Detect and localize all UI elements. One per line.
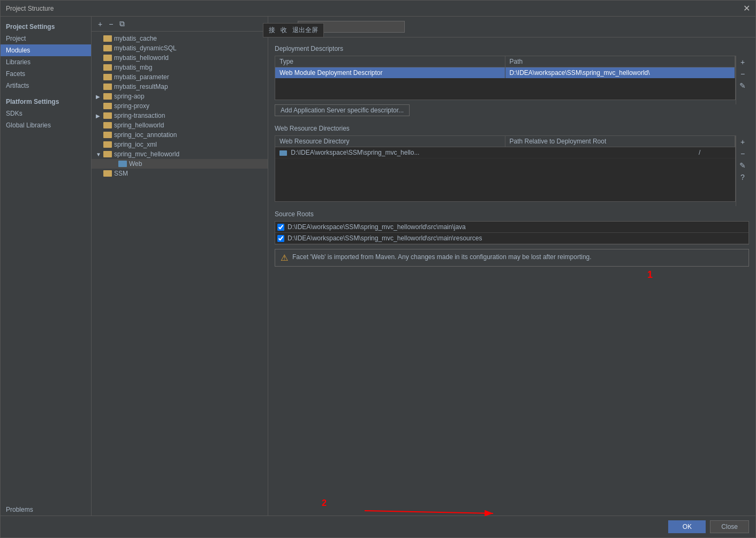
annotation-area: 1 — [275, 267, 749, 283]
close-icon[interactable]: ✕ — [743, 4, 750, 13]
deployment-row-path: D:\IDEA\workspace\SSM\spring_mvc_hellowo… — [505, 67, 736, 78]
source-roots-title: Source Roots — [275, 210, 749, 218]
arrow-svg — [365, 500, 515, 521]
tree-item-spring-transaction[interactable]: ▶ spring-transaction — [92, 111, 268, 120]
source-root-resources-path: D:\IDEA\workspace\SSM\spring_mvc_hellowo… — [288, 234, 482, 242]
web-resource-remove-btn[interactable]: − — [738, 148, 747, 159]
source-root-row-java: D:\IDEA\workspace\SSM\spring_mvc_hellowo… — [275, 222, 749, 233]
web-resource-table-container: Web Resource Directory Path Relative to … — [275, 135, 736, 202]
web-resource-col-dir: Web Resource Directory — [275, 136, 505, 147]
web-resource-table-body: D:\IDEA\workspace\SSM\spring_mvc_hello..… — [275, 147, 735, 201]
deployment-add-btn[interactable]: + — [738, 57, 747, 67]
title-bar-left: Project Structure — [6, 5, 54, 12]
web-resource-edit-btn[interactable]: ✎ — [737, 160, 748, 171]
deployment-table-container: Type Path Web Module Deployment Descript… — [275, 56, 736, 100]
sidebar-item-libraries[interactable]: Libraries — [1, 56, 91, 68]
close-button[interactable]: Close — [710, 520, 749, 533]
tree-item-mybatis-dynamicsql[interactable]: mybatis_dynamicSQL — [92, 43, 268, 53]
bottom-bar: 2 OK Close — [1, 516, 755, 537]
tree-item-mybatis-parameter[interactable]: mybatis_parameter — [92, 72, 268, 82]
source-root-resources-checkbox[interactable] — [277, 235, 284, 242]
sidebar: Project Settings Project Modules Librari… — [1, 17, 92, 516]
web-resource-table-main: Web Resource Directory Path Relative to … — [275, 135, 736, 206]
sidebar-item-sdks[interactable]: SDKs — [1, 108, 91, 119]
tree-item-spring-aop[interactable]: ▶ spring-aop — [92, 92, 268, 101]
main-content: Project Settings Project Modules Librari… — [1, 17, 755, 516]
tooltip-item-2[interactable]: 收 — [281, 26, 287, 35]
web-resource-help-btn[interactable]: ? — [738, 172, 747, 183]
web-resource-title: Web Resource Directories — [275, 125, 749, 132]
title-bar: Project Structure ✕ — [1, 1, 755, 17]
source-root-row-resources: D:\IDEA\workspace\SSM\spring_mvc_hellowo… — [275, 233, 749, 244]
web-resource-table-header: Web Resource Directory Path Relative to … — [275, 136, 735, 147]
tree-item-spring-helloworld[interactable]: spring_helloworld — [92, 120, 268, 130]
arrow-area — [365, 500, 515, 521]
svg-line-1 — [365, 511, 493, 513]
tree-content: mybatis_cache mybatis_dynamicSQL mybatis… — [92, 32, 268, 516]
tree-item-ssm[interactable]: SSM — [92, 169, 268, 178]
tree-item-spring-proxy[interactable]: spring-proxy — [92, 101, 268, 111]
deployment-row-type: Web Module Deployment Descriptor — [275, 67, 505, 78]
platform-settings-label: Platform Settings — [1, 96, 91, 108]
source-root-java-checkbox[interactable] — [277, 224, 284, 231]
tree-item-spring-mvc-helloworld[interactable]: ▼ spring_mvc_helloworld — [92, 149, 268, 159]
tooltip-item-3[interactable]: 退出全屏 — [292, 26, 318, 35]
deployment-edit-btn[interactable]: ✎ — [737, 80, 748, 91]
tree-item-web[interactable]: Web — [92, 159, 268, 169]
web-resource-table: Web Resource Directory Path Relative to … — [275, 135, 749, 206]
deployment-table-body: Web Module Deployment Descriptor D:\IDEA… — [275, 67, 735, 100]
tree-item-mybatis-cache[interactable]: mybatis_cache — [92, 34, 268, 43]
tree-toolbar: + − ⧉ — [92, 17, 268, 32]
web-resource-add-btn[interactable]: + — [738, 137, 747, 147]
deployment-table-header: Type Path — [275, 56, 735, 67]
deployment-col-path: Path — [505, 56, 736, 67]
tree-item-mybatis-mbg[interactable]: mybatis_mbg — [92, 63, 268, 72]
sidebar-item-problems[interactable]: Problems — [1, 504, 91, 516]
copy-module-button[interactable]: ⧉ — [117, 19, 127, 29]
deployment-table-row[interactable]: Web Module Deployment Descriptor D:\IDEA… — [275, 67, 735, 78]
source-root-java-path: D:\IDEA\workspace\SSM\spring_mvc_hellowo… — [288, 223, 466, 231]
tree-item-spring-ioc-xml[interactable]: spring_ioc_xml — [92, 140, 268, 149]
detail-panel: 03:41 接 收 退出全屏 Name: Deployment Descript… — [268, 17, 755, 516]
web-resource-dir: D:\IDEA\workspace\SSM\spring_mvc_hello..… — [279, 149, 699, 156]
tree-item-mybatis-resultmap[interactable]: mybatis_resultMap — [92, 82, 268, 92]
deployment-col-type: Type — [275, 56, 505, 67]
num2-annotation: 2 — [322, 498, 327, 508]
project-structure-dialog: Project Structure ✕ Project Settings Pro… — [0, 0, 756, 538]
source-roots-container: D:\IDEA\workspace\SSM\spring_mvc_hellowo… — [275, 221, 749, 245]
deployment-descriptors-table: Type Path Web Module Deployment Descript… — [275, 56, 749, 104]
web-resource-row[interactable]: D:\IDEA\workspace\SSM\spring_mvc_hello..… — [275, 147, 735, 158]
tooltip-item-1[interactable]: 接 — [269, 26, 275, 35]
web-resource-side-buttons: + − ✎ ? — [736, 135, 749, 206]
deployment-table-main: Type Path Web Module Deployment Descript… — [275, 56, 736, 104]
add-descriptor-button[interactable]: Add Application Server specific descript… — [275, 104, 410, 116]
num1-annotation: 1 — [647, 269, 653, 281]
warning-bar: ⚠ Facet 'Web' is imported from Maven. An… — [275, 249, 749, 267]
sidebar-item-artifacts[interactable]: Artifacts — [1, 80, 91, 92]
sidebar-item-facets[interactable]: Facets — [1, 68, 91, 80]
ok-button[interactable]: OK — [668, 520, 706, 533]
web-resource-path: / — [699, 149, 731, 156]
tree-panel: + − ⧉ mybatis_cache mybatis_dynamicSQL — [92, 17, 268, 516]
detail-header: Name: — [268, 17, 755, 37]
warning-icon: ⚠ — [281, 253, 288, 263]
deployment-descriptors-title: Deployment Descriptors — [275, 45, 749, 52]
project-settings-label: Project Settings — [1, 21, 91, 33]
tree-item-spring-ioc-annotation[interactable]: spring_ioc_annotation — [92, 130, 268, 140]
tree-item-mybatis-helloworld[interactable]: mybatis_helloworld — [92, 53, 268, 63]
sidebar-item-project[interactable]: Project — [1, 33, 91, 44]
remove-module-button[interactable]: − — [107, 19, 115, 29]
detail-scroll: Deployment Descriptors Type Path Web Mod… — [268, 37, 755, 516]
sidebar-item-global-libraries[interactable]: Global Libraries — [1, 119, 91, 131]
add-module-button[interactable]: + — [96, 19, 104, 29]
sidebar-item-modules[interactable]: Modules — [1, 44, 91, 56]
warning-text: Facet 'Web' is imported from Maven. Any … — [292, 253, 592, 262]
deployment-remove-btn[interactable]: − — [738, 69, 747, 79]
web-resource-col-path: Path Relative to Deployment Root — [505, 136, 736, 147]
folder-icon — [279, 150, 287, 156]
dialog-title: Project Structure — [6, 5, 54, 12]
source-roots-section: Source Roots D:\IDEA\workspace\SSM\sprin… — [275, 210, 749, 245]
deployment-side-buttons: + − ✎ — [736, 56, 749, 104]
tooltip-overlay: 接 收 退出全屏 — [268, 23, 324, 37]
